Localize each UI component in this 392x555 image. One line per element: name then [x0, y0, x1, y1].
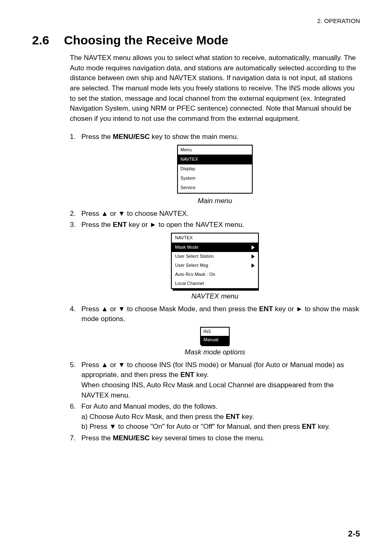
step-number: 5. — [70, 360, 81, 401]
step-number: 6. — [70, 402, 81, 432]
mask-option: INS — [201, 328, 229, 336]
svg-marker-1 — [251, 254, 255, 259]
step-4: Press ▲ or ▼ to choose Mask Mode, and th… — [81, 304, 360, 324]
main-menu-item: System — [178, 174, 252, 183]
step-number: 3. — [70, 220, 81, 230]
arrow-right-icon — [251, 245, 255, 250]
mask-option: Manual — [201, 336, 229, 344]
mask-mode-figure: INS Manual — [200, 327, 230, 345]
step-6: For Auto and Manual modes, do the follow… — [81, 402, 360, 432]
svg-marker-0 — [251, 245, 255, 250]
step-5: Press ▲ or ▼ to choose INS (for INS mode… — [81, 360, 360, 401]
figure-caption-mask: Mask mode options — [70, 347, 360, 358]
step-number: 7. — [70, 433, 81, 444]
navtex-menu-titlebar: NAVTEX — [172, 234, 258, 243]
step-number: 1. — [70, 132, 81, 142]
running-header: 2. OPERATION — [32, 17, 360, 24]
step-3: Press the ENT key or ► to open the NAVTE… — [81, 220, 360, 230]
step-number: 2. — [70, 209, 81, 219]
main-menu-item: Display — [178, 164, 252, 174]
step-number: 4. — [70, 304, 81, 324]
page-number: 2-5 — [348, 529, 360, 539]
navtex-menu-item: Auto Rcv Mask : On — [172, 270, 258, 279]
main-menu-item: Service — [178, 183, 252, 193]
section-title: Choosing the Receive Mode — [64, 33, 228, 47]
svg-marker-2 — [251, 264, 255, 268]
figure-caption-navtex: NAVTEX menu — [70, 291, 360, 302]
figure-caption-main: Main menu — [70, 196, 360, 206]
main-menu-figure: Menu NAVTEX Display System Service — [177, 145, 253, 194]
step-1: Press the MENU/ESC key to show the main … — [81, 132, 360, 142]
section-number: 2.6 — [32, 33, 49, 47]
arrow-right-icon — [251, 254, 255, 259]
main-menu-item: NAVTEX — [178, 155, 252, 164]
navtex-menu-figure: NAVTEX Mask Mode User Select Station Use… — [171, 233, 259, 289]
navtex-menu-item: Local Channel — [172, 279, 258, 288]
main-menu-titlebar: Menu — [178, 146, 252, 155]
step-2: Press ▲ or ▼ to choose NAVTEX. — [81, 209, 360, 219]
navtex-menu-item: Mask Mode — [172, 243, 258, 252]
navtex-menu-item: User Select Msg — [172, 261, 258, 270]
step-7: Press the MENU/ESC key several times to … — [81, 433, 360, 444]
arrow-right-icon — [251, 264, 255, 268]
intro-paragraph: The NAVTEX menu allows you to select wha… — [70, 53, 360, 124]
navtex-menu-item: User Select Station — [172, 252, 258, 261]
